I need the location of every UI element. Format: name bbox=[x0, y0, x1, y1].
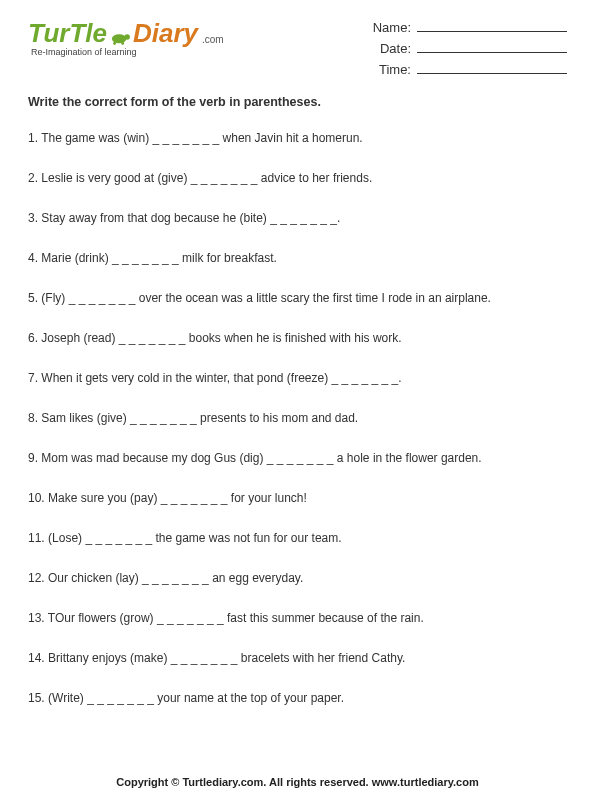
logo-tagline: Re-Imagination of learning bbox=[31, 47, 224, 57]
q-pre: (Lose) bbox=[48, 531, 85, 545]
q-post: when Javin hit a homerun. bbox=[219, 131, 362, 145]
question-item: 3. Stay away from that dog because he (b… bbox=[28, 209, 567, 227]
time-field: Time: bbox=[373, 60, 567, 77]
q-post: a hole in the flower garden. bbox=[334, 451, 482, 465]
question-item: 8. Sam likes (give) _ _ _ _ _ _ _ presen… bbox=[28, 409, 567, 427]
q-pre: Brittany enjoys (make) bbox=[48, 651, 171, 665]
info-fields: Name: Date: Time: bbox=[373, 18, 567, 77]
q-post: the game was not fun for our team. bbox=[152, 531, 341, 545]
svg-point-3 bbox=[121, 42, 124, 46]
question-item: 12. Our chicken (lay) _ _ _ _ _ _ _ an e… bbox=[28, 569, 567, 587]
q-pre: When it gets very cold in the winter, th… bbox=[41, 371, 331, 385]
q-num: 3. bbox=[28, 211, 38, 225]
q-num: 2. bbox=[28, 171, 38, 185]
q-blank[interactable]: _ _ _ _ _ _ _ bbox=[161, 491, 228, 505]
q-num: 1. bbox=[28, 131, 38, 145]
q-post: . bbox=[398, 371, 401, 385]
q-pre: TOur flowers (grow) bbox=[48, 611, 157, 625]
q-blank[interactable]: _ _ _ _ _ _ _ bbox=[69, 291, 136, 305]
q-num: 7. bbox=[28, 371, 38, 385]
logo-word-diary: Diary bbox=[133, 18, 198, 49]
logo-row: TurTle Diary .com bbox=[28, 18, 224, 49]
q-post: . bbox=[337, 211, 340, 225]
worksheet-header: TurTle Diary .com Re-Imagination of lear… bbox=[28, 18, 567, 77]
q-post: over the ocean was a little scary the fi… bbox=[135, 291, 491, 305]
q-pre: Mom was mad because my dog Gus (dig) bbox=[41, 451, 266, 465]
q-pre: Joseph (read) bbox=[41, 331, 118, 345]
q-num: 11. bbox=[28, 531, 45, 545]
q-blank[interactable]: _ _ _ _ _ _ _ bbox=[112, 251, 179, 265]
q-blank[interactable]: _ _ _ _ _ _ _ bbox=[119, 331, 186, 345]
name-label: Name: bbox=[373, 20, 411, 35]
question-item: 10. Make sure you (pay) _ _ _ _ _ _ _ fo… bbox=[28, 489, 567, 507]
questions-list: 1. The game was (win) _ _ _ _ _ _ _ when… bbox=[28, 129, 567, 707]
q-pre: Sam likes (give) bbox=[41, 411, 130, 425]
q-pre: Make sure you (pay) bbox=[48, 491, 161, 505]
instructions: Write the correct form of the verb in pa… bbox=[28, 95, 567, 109]
q-pre: The game was (win) bbox=[41, 131, 152, 145]
q-blank[interactable]: _ _ _ _ _ _ _ bbox=[332, 371, 399, 385]
question-item: 2. Leslie is very good at (give) _ _ _ _… bbox=[28, 169, 567, 187]
time-label: Time: bbox=[379, 62, 411, 77]
svg-point-1 bbox=[124, 34, 129, 39]
q-blank[interactable]: _ _ _ _ _ _ _ bbox=[142, 571, 209, 585]
q-num: 15. bbox=[28, 691, 45, 705]
time-input-line[interactable] bbox=[417, 60, 567, 74]
q-post: an egg everyday. bbox=[209, 571, 304, 585]
q-pre: Stay away from that dog because he (bite… bbox=[41, 211, 270, 225]
date-input-line[interactable] bbox=[417, 39, 567, 53]
question-item: 9. Mom was mad because my dog Gus (dig) … bbox=[28, 449, 567, 467]
question-item: 14. Brittany enjoys (make) _ _ _ _ _ _ _… bbox=[28, 649, 567, 667]
q-post: advice to her friends. bbox=[258, 171, 373, 185]
q-blank[interactable]: _ _ _ _ _ _ _ bbox=[85, 531, 152, 545]
q-post: bracelets with her friend Cathy. bbox=[237, 651, 405, 665]
q-num: 13. bbox=[28, 611, 45, 625]
q-blank[interactable]: _ _ _ _ _ _ _ bbox=[87, 691, 154, 705]
logo-dotcom: .com bbox=[202, 34, 224, 45]
footer-copyright: Copyright © Turtlediary.com. All rights … bbox=[0, 776, 595, 788]
q-post: your name at the top of your paper. bbox=[154, 691, 344, 705]
q-num: 9. bbox=[28, 451, 38, 465]
question-item: 13. TOur flowers (grow) _ _ _ _ _ _ _ fa… bbox=[28, 609, 567, 627]
q-pre: (Write) bbox=[48, 691, 87, 705]
q-post: milk for breakfast. bbox=[179, 251, 277, 265]
q-pre: Marie (drink) bbox=[41, 251, 112, 265]
q-blank[interactable]: _ _ _ _ _ _ _ bbox=[171, 651, 238, 665]
name-input-line[interactable] bbox=[417, 18, 567, 32]
date-field: Date: bbox=[373, 39, 567, 56]
logo-word-turtle: TurTle bbox=[28, 18, 107, 49]
name-field: Name: bbox=[373, 18, 567, 35]
svg-point-2 bbox=[113, 42, 116, 46]
q-num: 5. bbox=[28, 291, 38, 305]
question-item: 15. (Write) _ _ _ _ _ _ _ your name at t… bbox=[28, 689, 567, 707]
q-pre: Leslie is very good at (give) bbox=[41, 171, 190, 185]
question-item: 6. Joseph (read) _ _ _ _ _ _ _ books whe… bbox=[28, 329, 567, 347]
q-post: books when he is finished with his work. bbox=[185, 331, 401, 345]
turtle-icon bbox=[109, 28, 131, 46]
question-item: 4. Marie (drink) _ _ _ _ _ _ _ milk for … bbox=[28, 249, 567, 267]
q-post: fast this summer because of the rain. bbox=[224, 611, 424, 625]
q-post: presents to his mom and dad. bbox=[197, 411, 358, 425]
question-item: 1. The game was (win) _ _ _ _ _ _ _ when… bbox=[28, 129, 567, 147]
q-blank[interactable]: _ _ _ _ _ _ _ bbox=[157, 611, 224, 625]
q-post: for your lunch! bbox=[227, 491, 306, 505]
q-blank[interactable]: _ _ _ _ _ _ _ bbox=[267, 451, 334, 465]
q-num: 4. bbox=[28, 251, 38, 265]
q-pre: (Fly) bbox=[41, 291, 68, 305]
question-item: 11. (Lose) _ _ _ _ _ _ _ the game was no… bbox=[28, 529, 567, 547]
question-item: 7. When it gets very cold in the winter,… bbox=[28, 369, 567, 387]
q-num: 14. bbox=[28, 651, 45, 665]
q-blank[interactable]: _ _ _ _ _ _ _ bbox=[130, 411, 197, 425]
q-blank[interactable]: _ _ _ _ _ _ _ bbox=[153, 131, 220, 145]
q-blank[interactable]: _ _ _ _ _ _ _ bbox=[270, 211, 337, 225]
q-pre: Our chicken (lay) bbox=[48, 571, 142, 585]
question-item: 5. (Fly) _ _ _ _ _ _ _ over the ocean wa… bbox=[28, 289, 567, 307]
q-num: 8. bbox=[28, 411, 38, 425]
date-label: Date: bbox=[380, 41, 411, 56]
q-blank[interactable]: _ _ _ _ _ _ _ bbox=[191, 171, 258, 185]
logo-block: TurTle Diary .com Re-Imagination of lear… bbox=[28, 18, 224, 57]
q-num: 12. bbox=[28, 571, 45, 585]
q-num: 10. bbox=[28, 491, 45, 505]
q-num: 6. bbox=[28, 331, 38, 345]
